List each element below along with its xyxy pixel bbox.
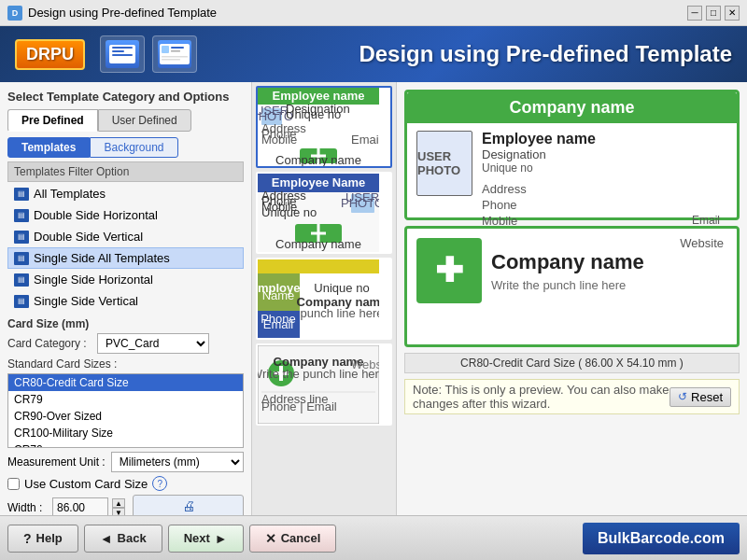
card-size-section: Card Size (mm) Card Category : PVC_Card … [7, 317, 244, 515]
help-icon[interactable]: ? [152, 476, 167, 491]
id-card-svg [160, 44, 190, 64]
size-cr100[interactable]: CR100-Military Size [8, 425, 243, 441]
get-size-button[interactable]: 🖨 Get size from Printer [133, 495, 244, 515]
header-title: Design using Pre-defined Template [359, 41, 732, 67]
note-text: Note: This is only a preview. You can al… [413, 383, 669, 411]
header-banner: DRPU Desi [0, 26, 747, 82]
id-card-icon-box-2 [152, 35, 197, 73]
svg-text:Name: Name [262, 288, 295, 302]
bottom-card-text: Company name Write the punch line here [491, 250, 727, 292]
next-icon: ► [215, 531, 228, 546]
svg-text:punch line here: punch line here [301, 306, 379, 320]
green-cross-icon: ✚ [416, 238, 482, 303]
filter-icon-dv: ▤ [14, 231, 29, 244]
minimize-button[interactable]: ─ [687, 6, 702, 21]
svg-rect-1 [162, 46, 169, 53]
address-label: Address [482, 182, 529, 196]
cross-symbol: ✚ [435, 254, 463, 287]
filter-double-vertical[interactable]: ▤ Double Side Vertical [7, 226, 244, 247]
size-cr90[interactable]: CR90-Over Sized [8, 408, 243, 425]
punch-line: Write the punch line here [491, 278, 727, 292]
card-company-name-header: Company name [407, 92, 737, 123]
back-label: Back [118, 531, 147, 545]
svg-rect-3 [171, 50, 180, 52]
thumb-inner-1: Employee name USER PHOTO Designation Uni… [258, 88, 379, 166]
filter-single-all[interactable]: ▤ Single Side All Templates [7, 247, 244, 269]
left-panel: Select Template Category and Options Pre… [0, 82, 252, 515]
svg-text:Email: Email [263, 317, 294, 331]
printer-icon: 🖨 [182, 498, 195, 513]
filter-icon-sh: ▤ [14, 273, 29, 287]
filter-double-horizontal[interactable]: ▤ Double Side Horizontal [7, 204, 244, 226]
width-spinner: ▲ ▼ [112, 498, 125, 515]
website-label: Website [680, 236, 724, 250]
svg-text:PHOTO: PHOTO [341, 196, 379, 210]
custom-size-row: Use Custom Card Size ? [7, 476, 244, 491]
template-thumb-4[interactable]: Company name Write the punch line here A… [256, 343, 392, 426]
size-cr70[interactable]: CR70 [8, 441, 243, 448]
tab-userdefined[interactable]: User Defined [98, 109, 191, 132]
thumb-svg-4: Company name Write the punch line here A… [258, 345, 379, 424]
sub-tab-row: Templates Background [7, 137, 244, 158]
close-button[interactable]: ✕ [725, 6, 740, 21]
toolbar-left: ? Help ◄ Back Next ► ✕ Cancel [7, 525, 336, 553]
width-label: Width : [7, 501, 49, 514]
cancel-icon: ✕ [265, 531, 276, 546]
help-button[interactable]: ? Help [7, 525, 78, 553]
id-card-inner-2 [158, 40, 191, 68]
help-label: Help [36, 531, 63, 545]
header-icons [100, 35, 197, 73]
size-cr80[interactable]: CR80-Credit Card Size [8, 374, 243, 391]
template-thumb-1[interactable]: Employee name USER PHOTO Designation Uni… [256, 86, 392, 168]
filter-header: Templates Filter Option [7, 161, 244, 182]
filter-icon-dh: ▤ [14, 209, 29, 222]
thumb-inner-3: Employee Name Phone Email Unique no Comp… [258, 259, 379, 338]
id-line-1 [112, 47, 133, 49]
template-thumb-2[interactable]: Employee Name USER PHOTO Address Phone M… [256, 172, 392, 254]
title-bar-controls[interactable]: ─ □ ✕ [687, 6, 740, 21]
measurement-select[interactable]: Milimeters (mm) [111, 452, 244, 472]
template-thumb-3[interactable]: Employee Name Phone Email Unique no Comp… [256, 258, 392, 340]
tab-predefined[interactable]: Pre Defined [7, 109, 98, 132]
custom-size-checkbox[interactable] [7, 478, 20, 490]
maximize-button[interactable]: □ [706, 6, 721, 21]
sizes-list[interactable]: CR80-Credit Card Size CR79 CR90-Over Siz… [7, 373, 244, 448]
main-tab-row: Pre Defined User Defined [7, 109, 244, 132]
card-category-select[interactable]: PVC_Card [97, 333, 209, 354]
svg-rect-5 [162, 59, 180, 61]
filter-all-templates[interactable]: ▤ All Templates [7, 183, 244, 204]
subtab-background[interactable]: Background [90, 137, 177, 158]
width-down-btn[interactable]: ▼ [112, 508, 125, 515]
thumb-svg-1: Employee name USER PHOTO Designation Uni… [258, 88, 379, 166]
card-info: Employee name Designation Unique no Addr… [482, 131, 727, 228]
cancel-button[interactable]: ✕ Cancel [249, 525, 337, 553]
thumb-inner-4: Company name Write the punch line here A… [258, 345, 379, 424]
svg-text:Unique no: Unique no [314, 281, 369, 295]
next-label: Next [184, 531, 210, 545]
width-input[interactable] [52, 497, 108, 515]
user-photo-label: USER PHOTO [417, 149, 472, 177]
filter-single-vertical[interactable]: ▤ Single Side Vertical [7, 290, 244, 312]
phone-label: Phone [482, 198, 529, 212]
filter-icon-sa: ▤ [14, 252, 29, 265]
right-panel: Company name USER PHOTO Employee name De… [397, 82, 747, 515]
card-size-label: Card Size (mm) [7, 317, 244, 330]
width-up-btn[interactable]: ▲ [112, 498, 125, 508]
size-cr79[interactable]: CR79 [8, 391, 243, 408]
title-bar-text: Design using Pre-defined Template [28, 6, 217, 20]
svg-text:Employee Name: Employee Name [272, 175, 365, 189]
next-button[interactable]: Next ► [168, 525, 244, 553]
svg-text:Unique no: Unique no [286, 107, 341, 121]
reset-button[interactable]: ↺ Reset [669, 387, 731, 407]
subtab-templates[interactable]: Templates [7, 137, 90, 158]
reset-label: Reset [691, 390, 723, 404]
card-fields: Address Phone Mobile Email [482, 182, 727, 228]
svg-rect-37 [258, 259, 379, 273]
phone-row: Phone [482, 198, 727, 212]
preview-card-bottom: Website ✚ Company name Write the punch l… [404, 226, 740, 347]
filter-single-horizontal[interactable]: ▤ Single Side Horizontal [7, 269, 244, 290]
back-button[interactable]: ◄ Back [84, 525, 162, 553]
standard-sizes-label: Standard Card Sizes : [7, 357, 244, 371]
thumbnail-scroll[interactable]: Employee name USER PHOTO Designation Uni… [252, 82, 396, 515]
svg-rect-2 [171, 47, 184, 49]
